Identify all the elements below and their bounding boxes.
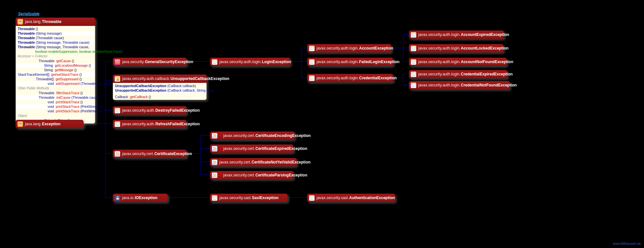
class-sasla[interactable]: 🧾 javax.security.sasl.AuthenticationExce…	[307, 194, 395, 202]
class-io[interactable]: 💾 java.io.IOException	[113, 194, 168, 202]
lock-icon: 🔒	[115, 59, 120, 65]
credit-link[interactable]: www.falkhausen.de	[613, 242, 641, 245]
class-acctLock[interactable]: 🧾 javax.security.auth.login.AccountLocke…	[409, 44, 503, 52]
log-icon: 🧾	[309, 75, 315, 81]
abstract-icon: ▼	[219, 134, 222, 137]
java-cup-icon: ☕	[17, 19, 23, 25]
log-icon: 🔔	[115, 76, 120, 82]
log-icon: 🧾	[411, 32, 416, 38]
class-refresh[interactable]: 🧾 javax.security.auth.RefreshFailedExcep…	[113, 120, 187, 128]
log-icon: 🧾	[212, 59, 217, 65]
class-login[interactable]: 🧾 javax.security.auth.login.LoginExcepti…	[210, 58, 290, 66]
class-sasl[interactable]: 🧾 javax.security.sasl.SaslException	[210, 194, 288, 202]
class-credNF[interactable]: 🧾 javax.security.auth.login.CredentialNo…	[409, 81, 510, 89]
serializable-link[interactable]: Serializable	[18, 12, 40, 16]
log-icon: 🧾	[115, 121, 120, 127]
cert-icon: 📜	[115, 151, 120, 157]
class-certParse[interactable]: 📜 ▼ javax.security.cert.CertificateParsi…	[210, 171, 293, 179]
log-icon: 🧾	[411, 59, 416, 65]
cert-icon: 📜	[212, 133, 217, 139]
connector-lines	[0, 0, 644, 248]
class-failed[interactable]: 🧾 javax.security.auth.login.FailedLoginE…	[307, 58, 393, 66]
class-cred[interactable]: 🧾 javax.security.auth.login.CredentialEx…	[307, 74, 393, 82]
class-throwable: ☕ java.lang.Throwable Throwable () Throw…	[16, 17, 95, 124]
class-exception[interactable]: ☕ java.lang.Exception	[16, 120, 84, 128]
java-cup-icon: ☕	[17, 121, 23, 127]
disk-icon: 💾	[115, 195, 120, 201]
class-certEnc[interactable]: 📜 ▼ javax.security.cert.CertificateEncod…	[210, 131, 295, 140]
class-unsupported-callback: 🔔 javax.security.auth.callback.Unsupport…	[113, 74, 207, 100]
class-acct[interactable]: 🧾 javax.security.auth.login.AccountExcep…	[307, 44, 391, 52]
class-gse[interactable]: 🔒 java.security.GeneralSecurityException	[113, 58, 187, 66]
cert-icon: 📜	[212, 160, 217, 165]
log-icon: 🧾	[309, 46, 315, 51]
class-certExp[interactable]: 📜 ▼ javax.security.cert.CertificateExpir…	[210, 144, 293, 153]
log-icon: 🧾	[411, 72, 416, 77]
class-cert[interactable]: 📜 javax.security.cert.CertificateExcepti…	[113, 150, 187, 158]
cert-icon: 📜	[212, 146, 217, 152]
class-body: Throwable () Throwable (String message) …	[16, 26, 95, 124]
class-acctNF[interactable]: 🧾 javax.security.auth.login.AccountNotFo…	[409, 58, 507, 66]
log-icon: 🧾	[411, 46, 416, 51]
class-header[interactable]: ☕ java.lang.Throwable	[16, 17, 95, 26]
log-icon: 🧾	[309, 195, 315, 201]
abstract-icon: ▼	[219, 147, 222, 150]
class-credExp[interactable]: 🧾 javax.security.auth.login.CredentialEx…	[409, 70, 507, 78]
log-icon: 🧾	[411, 83, 416, 88]
log-icon: 🧾	[115, 108, 120, 113]
abstract-icon: ▼	[219, 173, 222, 177]
class-acctExp[interactable]: 🧾 javax.security.auth.login.AccountExpir…	[409, 30, 504, 39]
log-icon: 🧾	[212, 195, 217, 201]
cert-icon: 📜	[212, 173, 217, 178]
log-icon: 🧾	[309, 59, 315, 65]
class-certNYV[interactable]: 📜 javax.security.cert.CertificateNotYetV…	[210, 158, 297, 166]
class-destroy[interactable]: 🧾 javax.security.auth.DestroyFailedExcep…	[113, 106, 187, 115]
